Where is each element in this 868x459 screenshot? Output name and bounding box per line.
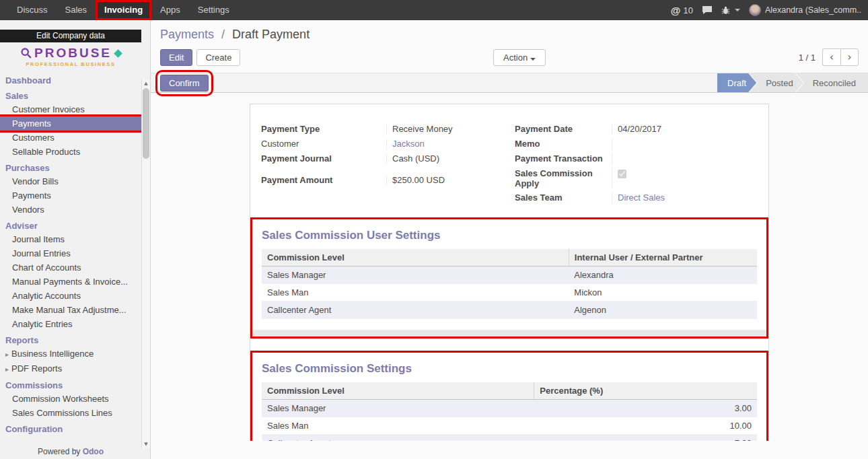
sidebar-item-analytic-entries[interactable]: Analytic Entries: [0, 317, 141, 331]
sidebar-item-journal-entries[interactable]: Journal Entries: [0, 246, 141, 260]
nav-item-invoicing[interactable]: Invoicing: [96, 0, 151, 20]
field-value-payment-type: Receive Money: [386, 124, 504, 135]
menu-label: Journal Items: [12, 234, 65, 244]
link-direct-sales[interactable]: Direct Sales: [618, 192, 665, 203]
sales-commission-apply-checkbox[interactable]: [618, 170, 626, 178]
table-row-callcenter-agent[interactable]: Callcenter Agent7.00: [262, 435, 757, 442]
sidebar-heading-configuration[interactable]: Configuration: [0, 420, 141, 435]
action-dropdown[interactable]: Action: [493, 49, 546, 66]
odoo-link[interactable]: Odoo: [83, 447, 104, 456]
user-menu[interactable]: Alexandra (Sales_comm..: [749, 4, 861, 16]
table-row-sales-manager[interactable]: Sales ManagerAlexandra: [262, 267, 757, 284]
sidebar-heading-commissions[interactable]: Commissions: [0, 376, 141, 392]
field-value-sales-commission-apply: [612, 168, 758, 188]
scroll-down-icon[interactable]: ▼: [142, 442, 150, 447]
scroll-up-icon[interactable]: ▲: [142, 81, 150, 86]
company-logo[interactable]: PROBUSE PROFESSIONAL BUSINESS: [0, 42, 141, 70]
column-header-commission-level[interactable]: Commission Level: [262, 249, 569, 267]
sidebar-item-vendors[interactable]: Vendors: [0, 203, 141, 217]
breadcrumb: Payments / Draft Payment: [151, 20, 868, 46]
sidebar-item-sellable-products[interactable]: Sellable Products: [0, 145, 141, 159]
pager-previous-button[interactable]: ‹: [822, 48, 840, 66]
create-button[interactable]: Create: [196, 49, 240, 66]
sidebar-heading-adviser[interactable]: Adviser: [0, 217, 141, 232]
menu-label: Sales Commissions Lines: [12, 408, 112, 418]
debug-caret-icon: [735, 9, 740, 11]
field-label-payment-type: Payment Type: [261, 124, 381, 135]
top-navbar: DiscussSalesInvoicingAppsSettings @ 10 A…: [0, 0, 868, 20]
cell-internal-user-external-partner: Mickon: [569, 284, 757, 302]
commission-settings-section: Sales Commission Settings Commission Lev…: [250, 351, 768, 441]
sidebar-heading-dashboard[interactable]: Dashboard: [0, 71, 141, 87]
logo-title: PROBUSE: [34, 46, 112, 61]
sidebar-item-business-intelligence[interactable]: ▸Business Intelligence: [0, 347, 141, 361]
sidebar-item-make-manual-tax-adjustme[interactable]: Make Manual Tax Adjustme...: [0, 303, 141, 317]
sidebar-item-vendor-bills[interactable]: Vendor Bills: [0, 174, 141, 188]
payment-form-sheet: Payment TypeReceive MoneyCustomerJackson…: [250, 104, 769, 441]
status-draft[interactable]: Draft: [717, 73, 756, 92]
pager-next-button[interactable]: ›: [840, 48, 859, 66]
field-row-payment-transaction: Payment Transaction: [515, 151, 758, 166]
breadcrumb-payments[interactable]: Payments: [160, 28, 214, 41]
scrollbar-thumb[interactable]: [143, 88, 149, 159]
user-settings-section: Sales Commission User Settings Commissio…: [250, 217, 768, 339]
messages-icon[interactable]: [702, 5, 713, 15]
sidebar-item-journal-items[interactable]: Journal Items: [0, 232, 141, 246]
menu-label: Payments: [12, 190, 51, 201]
field-label-sales-team: Sales Team: [515, 192, 606, 203]
nav-item-apps[interactable]: Apps: [151, 0, 189, 20]
menu-label: Manual Payments & Invoice...: [12, 277, 128, 287]
sidebar-item-customer-invoices[interactable]: Customer Invoices: [0, 102, 141, 116]
sidebar-item-commission-worksheets[interactable]: Commission Worksheets: [0, 392, 141, 406]
column-header-percentage[interactable]: Percentage (%): [534, 382, 757, 400]
sidebar-item-analytic-accounts[interactable]: Analytic Accounts: [0, 289, 141, 303]
table-row-sales-man[interactable]: Sales Man10.00: [262, 417, 757, 435]
user-avatar: [749, 4, 761, 16]
confirm-button[interactable]: Confirm: [160, 75, 209, 92]
sidebar-item-customers[interactable]: Customers: [0, 131, 141, 145]
column-header-internal-user-external-partner[interactable]: Internal User / External Partner: [569, 249, 757, 267]
cell-commission-level: Sales Man: [262, 417, 534, 435]
status-posted[interactable]: Posted: [750, 73, 803, 92]
sidebar-item-chart-of-accounts[interactable]: Chart of Accounts: [0, 260, 141, 275]
expand-caret-icon: ▸: [5, 351, 9, 358]
debug-menu[interactable]: [721, 6, 740, 15]
sidebar-item-payments[interactable]: Payments: [0, 116, 141, 131]
activities-counter[interactable]: @ 10: [671, 5, 693, 16]
statusbar: Confirm DraftPostedReconciled: [151, 73, 868, 93]
main-content: Payments / Draft Payment Edit Create Act…: [151, 20, 868, 459]
edit-company-button[interactable]: Edit Company data: [0, 30, 141, 42]
edit-button[interactable]: Edit: [160, 49, 192, 66]
header-row: Commission LevelInternal User / External…: [262, 249, 757, 267]
sidebar-heading-purchases[interactable]: Purchases: [0, 159, 141, 174]
menu-label: Payments: [12, 118, 51, 129]
sidebar-heading-sales[interactable]: Sales: [0, 87, 141, 102]
section-spacer: [252, 330, 766, 337]
nav-item-settings[interactable]: Settings: [189, 0, 238, 20]
table-row-sales-man[interactable]: Sales ManMickon: [262, 284, 757, 302]
field-value-memo: [612, 139, 758, 149]
column-header-commission-level[interactable]: Commission Level: [262, 382, 534, 400]
sidebar-item-payments[interactable]: Payments: [0, 188, 141, 203]
menu-label: Sellable Products: [12, 147, 80, 157]
sidebar-item-sales-commissions-lines[interactable]: Sales Commissions Lines: [0, 406, 141, 420]
payment-form: Payment TypeReceive MoneyCustomerJackson…: [250, 104, 768, 209]
sidebar-heading-reports[interactable]: Reports: [0, 331, 141, 347]
table-row-callcenter-agent[interactable]: Callcenter AgentAlgenon: [262, 302, 757, 319]
cell-commission-level: Sales Manager: [262, 267, 569, 284]
status-reconciled[interactable]: Reconciled: [797, 73, 868, 92]
field-label-memo: Memo: [515, 139, 606, 149]
form-right-fields: Payment Date04/20/2017MemoPayment Transa…: [515, 122, 758, 205]
field-label-payment-amount: Payment Amount: [261, 175, 381, 186]
sidebar-item-pdf-reports[interactable]: ▸PDF Reports: [0, 361, 141, 376]
logo-magnifier-icon: [20, 47, 32, 59]
table-row-sales-manager[interactable]: Sales Manager3.00: [262, 400, 757, 417]
sidebar-scrollbar[interactable]: ▲ ▼: [141, 79, 150, 448]
nav-item-sales[interactable]: Sales: [57, 0, 96, 20]
bug-icon: [721, 6, 730, 15]
action-caret-icon: [530, 58, 536, 61]
menu-label: Analytic Accounts: [12, 291, 81, 301]
nav-item-discuss[interactable]: Discuss: [8, 0, 57, 20]
sidebar-item-manual-payments-invoice[interactable]: Manual Payments & Invoice...: [0, 275, 141, 289]
link-jackson[interactable]: Jackson: [392, 139, 425, 149]
